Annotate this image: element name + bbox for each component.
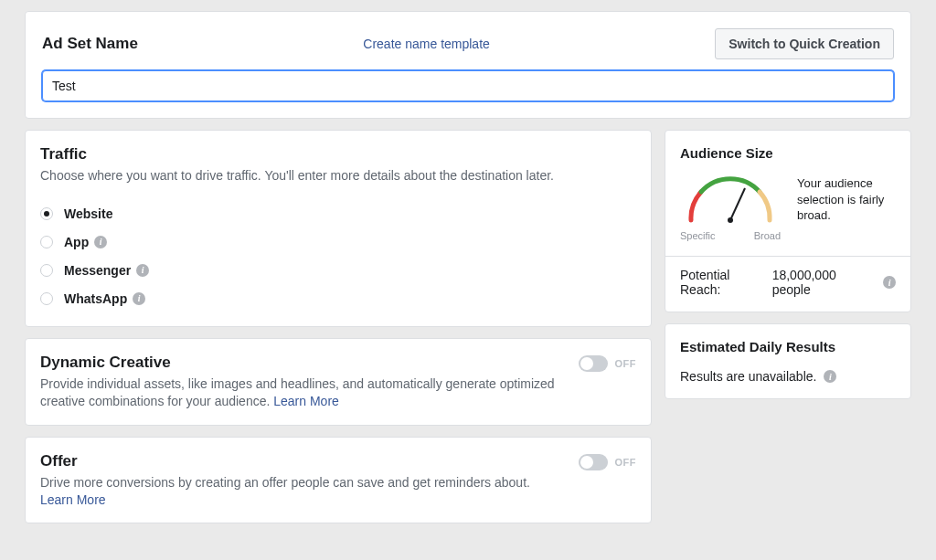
info-icon[interactable]: i: [883, 276, 896, 289]
traffic-option-whatsapp[interactable]: WhatsApp i: [40, 291, 636, 306]
gauge-label-specific: Specific: [680, 230, 716, 241]
ad-set-title: Ad Set Name: [42, 35, 138, 53]
radio-label: Website: [64, 206, 112, 221]
traffic-option-website[interactable]: Website: [40, 206, 636, 221]
estimated-daily-results-card: Estimated Daily Results Results are unav…: [665, 323, 911, 399]
ad-set-name-card: Ad Set Name Create name template Switch …: [25, 11, 911, 119]
radio-icon: [40, 264, 53, 277]
audience-title: Audience Size: [680, 145, 896, 161]
info-icon[interactable]: i: [133, 292, 145, 305]
traffic-option-app[interactable]: App i: [40, 235, 636, 249]
potential-reach: Potential Reach: 18,000,000 people i: [680, 268, 896, 297]
edr-title: Estimated Daily Results: [680, 339, 896, 354]
info-icon[interactable]: i: [824, 370, 836, 383]
audience-gauge: Specific Broad: [680, 170, 781, 241]
dynamic-creative-card: Dynamic Creative Provide individual asse…: [25, 338, 652, 426]
traffic-subtitle: Choose where you want to drive traffic. …: [40, 167, 636, 185]
switch-to-quick-creation-button[interactable]: Switch to Quick Creation: [715, 28, 894, 59]
radio-icon: [40, 207, 53, 220]
svg-line-0: [730, 188, 745, 220]
offer-card: Offer Drive more conversions by creating…: [25, 437, 652, 524]
traffic-card: Traffic Choose where you want to drive t…: [25, 130, 652, 327]
traffic-option-messenger[interactable]: Messenger i: [40, 263, 636, 278]
radio-label: Messenger: [64, 263, 131, 278]
dynamic-desc: Provide individual assets, like images a…: [40, 375, 557, 410]
dynamic-toggle-wrap: OFF: [579, 355, 637, 372]
toggle-state: OFF: [615, 457, 637, 468]
svg-point-1: [728, 217, 733, 223]
radio-label: WhatsApp: [64, 291, 127, 306]
toggle-state: OFF: [615, 358, 637, 369]
dynamic-learn-more-link[interactable]: Learn More: [273, 394, 339, 408]
ad-set-name-input[interactable]: [42, 70, 894, 101]
offer-toggle-wrap: OFF: [579, 454, 637, 470]
offer-title: Offer: [40, 452, 557, 470]
ad-set-header-row: Ad Set Name Create name template Switch …: [42, 28, 894, 59]
dynamic-title: Dynamic Creative: [40, 354, 557, 372]
traffic-title: Traffic: [40, 145, 636, 164]
radio-icon: [40, 292, 53, 305]
offer-desc: Drive more conversions by creating an of…: [40, 474, 557, 509]
radio-label: App: [64, 235, 89, 249]
edr-message: Results are unavailable. i: [680, 369, 896, 384]
gauge-label-broad: Broad: [754, 230, 781, 241]
radio-icon: [40, 236, 53, 248]
info-icon[interactable]: i: [94, 236, 107, 248]
offer-toggle[interactable]: [579, 454, 608, 470]
dynamic-creative-toggle[interactable]: [579, 355, 608, 372]
audience-size-card: Audience Size Specific Broad Your: [665, 130, 911, 312]
info-icon[interactable]: i: [136, 264, 149, 277]
audience-desc: Your audience selection is fairly broad.: [797, 170, 896, 224]
create-name-template-link[interactable]: Create name template: [363, 37, 490, 51]
traffic-options: Website App i Messenger i WhatsApp i: [40, 206, 636, 306]
offer-learn-more-link[interactable]: Learn More: [40, 492, 106, 507]
